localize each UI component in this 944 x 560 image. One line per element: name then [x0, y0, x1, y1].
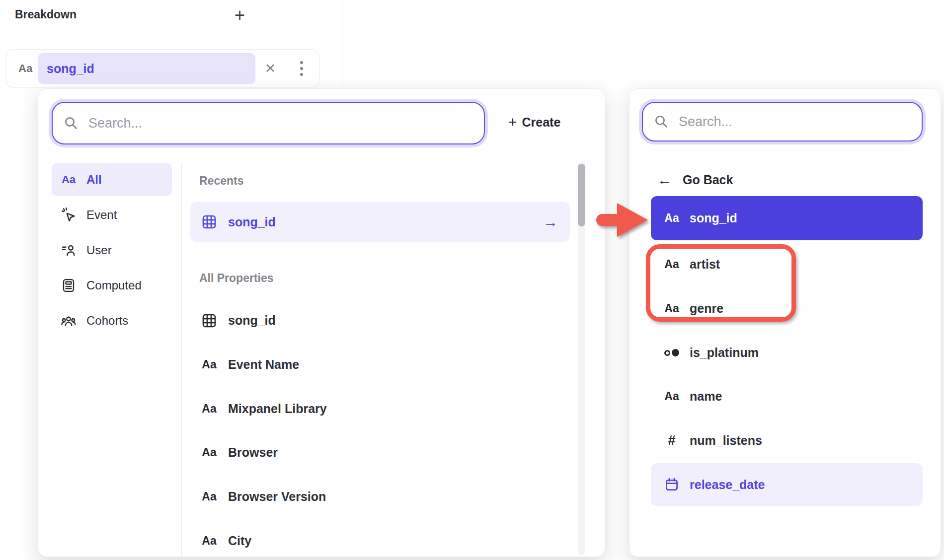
property-row-song-id[interactable]: song_id — [190, 298, 570, 343]
property-row-mixpanel-library[interactable]: Aa Mixpanel Library — [190, 387, 570, 431]
property-row-browser[interactable]: Aa Browser — [190, 430, 570, 475]
field-row-name[interactable]: Aa name — [651, 374, 923, 419]
text-type-icon: Aa — [198, 534, 220, 548]
boolean-type-icon — [661, 349, 683, 356]
category-user[interactable]: User — [52, 234, 172, 267]
search-input[interactable] — [87, 115, 473, 132]
plus-icon: + — [508, 115, 517, 130]
user-icon — [60, 243, 78, 258]
recents-heading: Recents — [199, 174, 243, 188]
search-box[interactable] — [52, 102, 485, 144]
category-event[interactable]: Event — [52, 199, 172, 231]
text-type-icon: Aa — [60, 173, 78, 186]
go-back-button[interactable]: ← Go Back — [657, 167, 733, 192]
property-row-event-name[interactable]: Aa Event Name — [190, 343, 570, 387]
text-type-icon: Aa — [661, 302, 683, 315]
calendar-icon — [661, 477, 683, 492]
cohorts-people-icon — [60, 313, 78, 328]
property-picker-panel: + Create Aa All Event — [38, 88, 605, 557]
text-type-icon: Aa — [198, 490, 220, 503]
text-type-icon: Aa — [198, 446, 220, 459]
field-row-release-date[interactable]: release_date — [651, 463, 923, 506]
arrow-left-icon: ← — [657, 172, 672, 188]
text-type-icon: Aa — [198, 358, 220, 371]
add-breakdown-button[interactable]: + — [235, 4, 245, 27]
scrollbar-track — [578, 162, 585, 555]
screen: Breakdown + Aa song_id ✕ + Create Aa All — [0, 0, 944, 560]
recent-item-song-id[interactable]: song_id → — [190, 202, 570, 242]
event-click-icon — [60, 208, 78, 222]
search-input[interactable] — [678, 114, 911, 130]
arrow-right-icon: → — [543, 202, 558, 242]
close-icon[interactable]: ✕ — [259, 50, 282, 87]
text-type-icon: Aa — [661, 258, 683, 271]
field-row-song-id[interactable]: Aa song_id — [651, 196, 923, 240]
property-row-city[interactable]: Aa City — [190, 519, 570, 560]
kebab-menu-icon[interactable] — [291, 50, 313, 87]
card-column-divider — [342, 0, 342, 89]
grid-property-icon — [198, 214, 220, 230]
text-type-icon: Aa — [198, 402, 220, 416]
breakdown-title: Breakdown — [15, 8, 77, 21]
computed-calculator-icon — [60, 278, 78, 293]
search-box[interactable] — [642, 102, 923, 141]
property-row-browser-version[interactable]: Aa Browser Version — [190, 475, 570, 519]
breakdown-chip-value[interactable]: song_id — [38, 53, 255, 84]
number-type-icon: # — [661, 433, 683, 448]
category-computed[interactable]: Computed — [52, 269, 172, 302]
scrollbar-thumb[interactable] — [578, 164, 585, 226]
text-type-icon: Aa — [661, 211, 683, 225]
all-properties-heading: All Properties — [199, 272, 274, 285]
field-row-genre[interactable]: Aa genre — [651, 286, 923, 331]
search-icon — [654, 114, 669, 129]
section-divider — [190, 253, 570, 253]
property-detail-panel: ← Go Back Aa song_id Aa artist Aa genre … — [629, 88, 941, 557]
category-sidebar: Aa All Event — [52, 163, 172, 340]
category-all[interactable]: Aa All — [52, 163, 172, 196]
field-row-num-listens[interactable]: # num_listens — [651, 419, 923, 463]
field-row-artist[interactable]: Aa artist — [651, 242, 923, 286]
search-icon — [64, 116, 79, 131]
category-cohorts[interactable]: Cohorts — [52, 304, 172, 337]
string-type-icon: Aa — [18, 50, 32, 87]
sidebar-divider — [181, 163, 182, 557]
breakdown-chip: Aa song_id ✕ — [6, 49, 319, 87]
field-row-is-platinum[interactable]: is_platinum — [651, 331, 923, 375]
text-type-icon: Aa — [661, 390, 683, 403]
grid-property-icon — [198, 313, 220, 329]
create-button[interactable]: + Create — [508, 115, 560, 130]
